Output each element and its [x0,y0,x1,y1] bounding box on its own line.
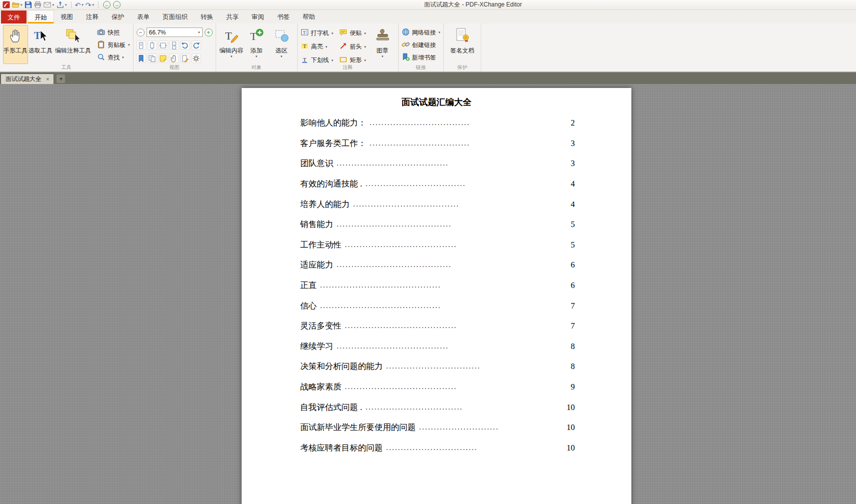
hand-tool-button[interactable]: 手形工具 [3,25,28,64]
zoom-out-button[interactable]: − [137,28,145,36]
zoom-in-button[interactable]: + [205,28,213,36]
menu-tab-1[interactable]: 开始 [28,10,54,24]
menu-tab-9[interactable]: 审阅 [245,10,271,24]
page-properties-button[interactable] [181,54,190,63]
typewriter-button[interactable]: T 打字机 ▾ [301,29,334,38]
back-button[interactable]: ← [103,1,111,8]
web-link-button[interactable]: 网络链接 ▾ [402,28,441,37]
toc-entry-label: 团队意识 [300,158,333,169]
toc-entry-label: 适应能力 [300,260,333,270]
chevron-down-icon[interactable]: ▾ [53,3,55,7]
menu-tab-5[interactable]: 表单 [131,10,156,24]
rotate-ccw-button[interactable] [181,40,190,50]
select-tool-button[interactable]: T 选取工具 [28,25,53,64]
toc-page-number: 10 [567,443,575,453]
toc-row: 适应能力....................................… [242,255,631,276]
chevron-down-icon[interactable]: ▾ [82,3,84,7]
fit-page-button[interactable] [148,40,157,50]
menu-tab-7[interactable]: 转换 [194,10,220,24]
svg-text:T: T [303,44,306,49]
forward-button[interactable]: → [113,1,121,8]
pdf-page[interactable]: 面试试题汇编大全 影响他人的能力：.......................… [242,88,631,504]
app-window: ▾ ▾ ▾ ↶▾ ↷▾ ← → 面试试题大全 - PDF-XChange Edi… [0,0,856,504]
ribbon-tab-bar: 文件开始视图注释保护表单页面组织转换共享审阅书签帮助 [0,10,856,24]
actual-size-button[interactable] [137,40,146,50]
toc-row: 正直......................................… [242,276,631,296]
toc-page-number: 4 [571,200,575,210]
chevron-down-icon: ▾ [332,58,334,62]
close-icon[interactable]: × [46,76,49,82]
sign-document-button[interactable]: 签名文档 [447,25,478,64]
edit-content-label: 编辑内容 [220,48,244,54]
toc-entry-label: 继续学习 [300,341,333,352]
menu-tab-0[interactable]: 文件 [1,10,27,24]
highlight-button[interactable]: T 高亮 ▾ [301,42,334,52]
save-button[interactable] [25,1,33,9]
toc-leader-dots: .................................. [370,119,470,127]
find-button[interactable]: 查找 ▾ [97,53,130,62]
document-tab-active[interactable]: 面试试题大全 × [1,74,54,84]
menu-tab-4[interactable]: 保护 [105,10,131,24]
arrow-label: 箭头 [350,42,362,51]
chevron-down-icon[interactable]: ▾ [93,3,95,7]
chevron-down-icon[interactable]: ▾ [65,3,67,7]
rectangle-button[interactable]: 矩形 ▾ [339,56,366,65]
add-text-icon: T [249,28,265,46]
print-button[interactable] [34,1,42,9]
export-button[interactable] [56,1,64,9]
paperclip-icon[interactable] [170,54,179,63]
edit-content-button[interactable]: T 编辑内容 ▾ [219,25,244,64]
menu-tab-10[interactable]: 书签 [271,10,296,24]
create-link-button[interactable]: 创建链接 [402,40,441,50]
toc-leader-dots: ................................. [366,404,463,412]
toc-row: 客户服务类工作：................................… [242,134,631,154]
toc-page-number: 5 [571,240,575,250]
menu-tab-8[interactable]: 共享 [220,10,245,24]
chevron-down-icon: ▾ [122,56,124,60]
gear-icon[interactable] [192,54,201,63]
chevron-down-icon[interactable]: ▾ [21,3,23,7]
arrow-button[interactable]: 箭头 ▾ [339,42,366,52]
document-canvas[interactable]: 面试试题汇编大全 影响他人的能力：.......................… [0,84,856,504]
hand-tool-label: 手形工具 [4,48,28,54]
copy-pages-button[interactable] [148,54,157,63]
add-bookmark-button[interactable]: 新增书签 [402,53,441,62]
sticky-note-panel-button[interactable] [159,54,168,63]
redo-button[interactable]: ↷ [86,2,92,8]
sticky-note-button[interactable]: 便贴 ▾ [339,29,366,38]
open-file-button[interactable] [12,1,20,9]
zoom-level-combobox[interactable]: 66.7% ▾ [147,28,203,37]
toc-leader-dots: ....................................... [337,220,452,228]
bookmark-panel-button[interactable] [137,54,146,63]
snapshot-button[interactable]: 快照 [97,28,130,37]
rotate-cw-button[interactable] [192,40,201,50]
toc-row: 继续学习....................................… [242,336,631,357]
underline-button[interactable]: T 下划线 ▾ [301,56,334,65]
toc-entry-label: 考核应聘者目标的问题 [300,442,383,454]
add-object-button[interactable]: T 添加 ▾ [244,25,269,64]
toc-leader-dots: .................................... [353,200,459,208]
undo-button[interactable]: ↶ [75,2,81,8]
toc-entry-label: 销售能力 [300,219,333,230]
toc-entry-label: 培养人的能力 [300,199,350,210]
add-object-label: 添加 [251,48,263,54]
fit-width-button[interactable] [159,40,168,50]
menu-tab-6[interactable]: 页面组织 [156,10,194,24]
selection-icon [274,28,290,46]
signature-certificate-icon [454,28,470,46]
continuous-view-button[interactable] [170,40,179,50]
new-tab-button[interactable]: + [57,74,65,83]
group-label-protect: 保护 [444,64,481,71]
stamp-button[interactable]: 图章 ▾ [370,25,395,64]
group-label-tools: 工具 [0,64,133,71]
selection-button[interactable]: 选区 ▾ [269,25,294,64]
toc-leader-dots: ...................................... [345,322,457,330]
menu-tab-2[interactable]: 视图 [54,10,80,24]
menu-tab-3[interactable]: 注释 [80,10,105,24]
menu-tab-11[interactable]: 帮助 [296,10,322,24]
email-button[interactable] [44,1,52,9]
edit-annotation-tool-button[interactable]: 编辑注释工具 [53,25,93,64]
clipboard-button[interactable]: 剪贴板 ▾ [97,40,130,50]
chevron-down-icon: ▾ [198,30,200,34]
toc-leader-dots: ...................................... [345,241,457,249]
